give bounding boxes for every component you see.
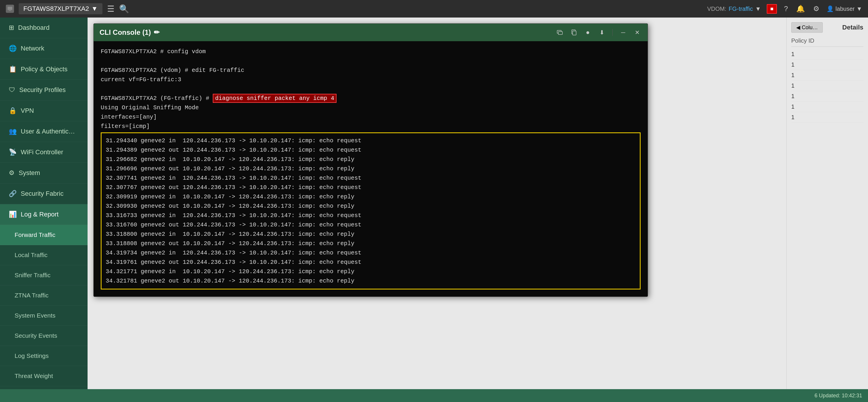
- vdom-value[interactable]: FG-traffic: [729, 5, 753, 12]
- sidebar-item-label: User & Authentic…: [21, 128, 75, 135]
- red-box-indicator[interactable]: ■: [767, 4, 777, 14]
- sidebar-item-security-profiles[interactable]: 🛡 Security Profiles: [0, 80, 88, 100]
- cli-divider: [612, 29, 613, 36]
- wifi-icon: 📡: [9, 148, 17, 156]
- sidebar-item-security-events[interactable]: Security Events: [0, 326, 88, 346]
- packet-line-12: 33.318808 geneve2 out 10.10.20.147 -> 12…: [106, 239, 636, 248]
- cli-line-blank-2: [101, 84, 641, 94]
- lock-icon: 🔒: [9, 107, 17, 115]
- device-name-label: FGTAWS87XLPT7XA2: [23, 5, 89, 12]
- policy-id-value-4: 1: [791, 81, 863, 91]
- settings-icon[interactable]: ⚙: [812, 3, 821, 14]
- packet-line-1: 31.294340 geneve2 in 120.244.236.173 -> …: [106, 136, 636, 145]
- red-box-icon: ■: [770, 6, 773, 12]
- cli-record-icon[interactable]: ●: [583, 28, 592, 37]
- status-text: 6 Updated: 10:42:31: [814, 393, 862, 399]
- vdom-label: VDOM:: [707, 5, 726, 12]
- dashboard-icon: ⊞: [9, 24, 14, 32]
- packet-line-11: 33.318800 geneve2 in 10.10.20.147 -> 120…: [106, 230, 636, 239]
- policy-id-value-5: 1: [791, 91, 863, 102]
- cli-minimize-icon[interactable]: ─: [618, 28, 628, 37]
- cli-copy-icon[interactable]: [569, 28, 579, 37]
- user-dropdown-icon: ▼: [856, 5, 862, 12]
- sidebar-item-sniffer-traffic[interactable]: Sniffer Traffic: [0, 265, 88, 285]
- svg-rect-0: [8, 7, 12, 10]
- help-icon[interactable]: ?: [783, 3, 789, 14]
- cli-download-icon[interactable]: ⬇: [597, 28, 607, 37]
- svg-rect-3: [558, 32, 562, 34]
- content-area: CLI Console (1) ✏: [88, 18, 786, 389]
- sidebar-item-vpn[interactable]: 🔒 VPN: [0, 100, 88, 121]
- packet-line-4: 31.296696 geneve2 out 10.10.20.147 -> 12…: [106, 164, 636, 174]
- sidebar-item-label: Policy & Objects: [21, 65, 67, 73]
- cli-new-tab-icon[interactable]: [555, 28, 564, 37]
- sidebar-item-system[interactable]: ⚙ System: [0, 163, 88, 183]
- sidebar-item-dashboard[interactable]: ⊞ Dashboard: [0, 18, 88, 38]
- cli-line-5: Using Original Sniffing Mode: [101, 103, 641, 113]
- policy-id-value-1: 1: [791, 49, 863, 60]
- top-bar-left: FGTAWS87XLPT7XA2 ▼ ☰ 🔍: [6, 3, 129, 14]
- sidebar-item-label: System: [19, 169, 40, 177]
- sidebar-item-system-events[interactable]: System Events: [0, 306, 88, 326]
- packet-line-3: 31.296682 geneve2 in 10.10.20.147 -> 120…: [106, 155, 636, 164]
- cli-overlay: CLI Console (1) ✏: [88, 18, 786, 389]
- cli-close-icon[interactable]: ✕: [632, 28, 642, 37]
- sidebar-item-label: WiFi Controller: [21, 148, 63, 156]
- sidebar-item-network[interactable]: 🌐 Network: [0, 38, 88, 59]
- sidebar-item-label: Network: [21, 45, 44, 52]
- shield-icon: 🛡: [9, 86, 15, 94]
- right-panel: ◀ Colu… Details Policy ID 1 1 1 1 1 1 1: [786, 18, 868, 389]
- network-icon: 🌐: [9, 45, 17, 52]
- policy-id-header: Policy ID: [791, 37, 863, 47]
- sidebar-sub-label: System Events: [14, 312, 56, 319]
- sidebar-item-local-traffic[interactable]: Local Traffic: [0, 245, 88, 265]
- cli-body[interactable]: FGTAWS87XLPT7XA2 # config vdom FGTAWS87X…: [94, 41, 648, 296]
- columns-button[interactable]: ◀ Colu…: [791, 22, 823, 33]
- sidebar-item-policy-objects[interactable]: 📋 Policy & Objects: [0, 59, 88, 80]
- sidebar-sub-label: Threat Weight: [14, 373, 53, 379]
- sidebar-item-security-fabric[interactable]: 🔗 Security Fabric: [0, 183, 88, 204]
- status-bar: 6 Updated: 10:42:31: [0, 389, 868, 402]
- cli-packet-output-box: 31.294340 geneve2 in 120.244.236.173 -> …: [101, 132, 641, 289]
- sidebar-item-label: Security Profiles: [19, 86, 66, 94]
- sidebar-item-threat-weight[interactable]: Threat Weight: [0, 366, 88, 386]
- sidebar-sub-label: Local Traffic: [14, 252, 48, 259]
- packet-line-7: 32.309919 geneve2 in 10.10.20.147 -> 120…: [106, 192, 636, 202]
- cli-line-4: FGTAWS87XLPT7XA2 (FG-traffic) # diagnose…: [101, 94, 641, 103]
- sidebar-item-log-report[interactable]: 📊 Log & Report: [0, 204, 88, 225]
- hamburger-icon[interactable]: ☰: [107, 4, 115, 14]
- sidebar-item-label: VPN: [21, 107, 34, 115]
- vdom-arrow-icon[interactable]: ▼: [755, 5, 761, 12]
- sidebar-item-user-auth[interactable]: 👥 User & Authentic…: [0, 121, 88, 142]
- cli-edit-icon[interactable]: ✏: [154, 28, 160, 36]
- svg-rect-5: [572, 31, 576, 35]
- fabric-icon: 🔗: [9, 190, 17, 198]
- packet-line-5: 32.307741 geneve2 in 120.244.236.173 -> …: [106, 174, 636, 183]
- users-icon: 👥: [9, 128, 17, 135]
- sidebar-item-ztna-traffic[interactable]: ZTNA Traffic: [0, 285, 88, 306]
- system-icon: ⚙: [9, 169, 14, 177]
- packet-line-2: 31.294389 geneve2 out 120.244.236.173 ->…: [106, 145, 636, 155]
- policy-id-value-2: 1: [791, 60, 863, 70]
- user-info[interactable]: 👤 labuser ▼: [827, 5, 862, 12]
- cli-line-2: FGTAWS87XLPT7XA2 (vdom) # edit FG-traffi…: [101, 66, 641, 75]
- cli-line-1: FGTAWS87XLPT7XA2 # config vdom: [101, 47, 641, 56]
- top-bar-right: VDOM: FG-traffic ▼ ■ ? 🔔 ⚙ 👤 labuser ▼: [707, 3, 862, 14]
- cli-highlighted-command: diagnose sniffer packet any icmp 4: [213, 94, 337, 103]
- sidebar-item-forward-traffic[interactable]: Forward Traffic: [0, 225, 88, 245]
- sidebar-sub-label: ZTNA Traffic: [14, 292, 49, 299]
- bell-icon[interactable]: 🔔: [795, 3, 806, 14]
- cli-line-3: current vf=FG-traffic:3: [101, 75, 641, 84]
- vdom-info: VDOM: FG-traffic ▼: [707, 5, 761, 12]
- cli-line-7: filters=[icmp]: [101, 122, 641, 131]
- sidebar-item-wifi[interactable]: 📡 WiFi Controller: [0, 142, 88, 163]
- search-icon[interactable]: 🔍: [119, 4, 129, 14]
- device-dropdown-icon[interactable]: ▼: [91, 5, 98, 12]
- sidebar-item-label: Log & Report: [21, 211, 59, 218]
- packet-line-16: 34.321781 geneve2 out 10.10.20.147 -> 12…: [106, 277, 636, 286]
- cli-title-text: CLI Console (1): [99, 28, 151, 36]
- cli-line-blank-1: [101, 56, 641, 66]
- sidebar-item-log-settings[interactable]: Log Settings: [0, 346, 88, 366]
- svg-rect-1: [9, 10, 11, 11]
- sidebar-sub-label: Forward Traffic: [14, 231, 56, 238]
